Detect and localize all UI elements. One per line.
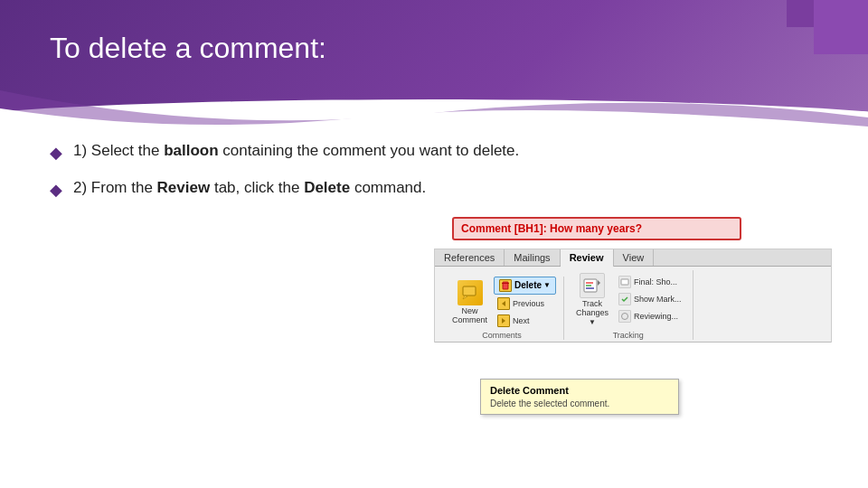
bullet-item-2: ◆ 2) From the Review tab, click the Dele… — [50, 177, 818, 202]
tooltip-description: Delete the selected comment. — [490, 399, 669, 408]
tracking-small-group: Final: Sho... Show Mark... — [615, 274, 685, 324]
bullet-item-1: ◆ 1) Select the balloon containing the c… — [50, 140, 818, 164]
screenshot-container: Comment [BH1]: How many years? Reference… — [434, 217, 832, 461]
ribbon-group-comments: NewComment Delete — [440, 277, 564, 340]
slide-title: To delete a comment: — [50, 32, 326, 65]
previous-label: Previous — [513, 299, 544, 308]
show-mark-icon — [618, 293, 631, 305]
svg-marker-4 — [502, 301, 505, 306]
delete-icon — [499, 279, 512, 292]
next-button[interactable]: Next — [494, 313, 556, 329]
reviewing-button[interactable]: Reviewing... — [615, 308, 685, 324]
tab-review[interactable]: Review — [561, 249, 614, 267]
next-label: Next — [513, 316, 530, 325]
tracking-group-label: Tracking — [613, 331, 644, 340]
comment-balloon-label: Comment [BH1]: — [461, 222, 547, 235]
corner-accent2 — [787, 0, 814, 27]
tab-mailings[interactable]: Mailings — [505, 249, 560, 266]
tab-references[interactable]: References — [435, 249, 505, 266]
delete-dropdown-arrow[interactable]: ▼ — [543, 282, 551, 289]
ribbon-group-tracking: TrackChanges ▼ Final: Sho... — [564, 270, 693, 340]
comments-group-label: Comments — [482, 331, 522, 340]
delete-label: Delete — [514, 280, 542, 290]
final-show-label: Final: Sho... — [634, 277, 677, 286]
content-area: ◆ 1) Select the balloon containing the c… — [50, 140, 818, 214]
svg-marker-5 — [502, 318, 505, 324]
svg-marker-1 — [463, 296, 467, 299]
svg-rect-0 — [463, 286, 476, 296]
bullet-diamond-1: ◆ — [50, 142, 62, 164]
track-changes-dropdown[interactable]: ▼ — [589, 318, 596, 326]
previous-button[interactable]: Previous — [494, 296, 556, 312]
delete-prev-next-group: Delete ▼ Previous — [494, 277, 556, 329]
bullet-diamond-2: ◆ — [50, 179, 62, 202]
comments-btn-group: NewComment Delete — [448, 277, 556, 329]
ribbon-tabs: References Mailings Review View — [435, 249, 831, 267]
corner-accent — [814, 0, 868, 54]
tab-view[interactable]: View — [614, 249, 655, 266]
tracking-btn-group: TrackChanges ▼ Final: Sho... — [571, 270, 685, 329]
ribbon-body: NewComment Delete — [435, 267, 831, 343]
wave-divider — [0, 90, 868, 136]
final-show-icon — [618, 276, 631, 288]
track-changes-label: TrackChanges — [576, 300, 609, 318]
previous-icon — [497, 297, 510, 310]
next-icon — [497, 314, 510, 327]
new-comment-icon — [458, 280, 483, 305]
tooltip-box: Delete Comment Delete the selected comme… — [480, 379, 679, 415]
reviewing-icon — [618, 310, 631, 323]
new-comment-button[interactable]: NewComment — [448, 277, 492, 328]
bullet-text-1: 1) Select the balloon containing the com… — [73, 140, 519, 162]
track-changes-icon — [580, 273, 605, 298]
tooltip-title: Delete Comment — [490, 385, 669, 396]
final-show-button[interactable]: Final: Sho... — [615, 274, 685, 290]
svg-rect-11 — [621, 279, 628, 285]
svg-marker-10 — [598, 280, 600, 286]
show-mark-button[interactable]: Show Mark... — [615, 291, 685, 307]
svg-point-12 — [622, 314, 628, 320]
new-comment-label: NewComment — [452, 307, 487, 325]
comment-balloon-text: How many years? — [550, 222, 642, 235]
delete-button[interactable]: Delete ▼ — [494, 277, 556, 295]
show-mark-label: Show Mark... — [634, 295, 682, 304]
reviewing-label: Reviewing... — [634, 312, 678, 321]
ribbon: References Mailings Review View — [434, 249, 832, 343]
comment-balloon: Comment [BH1]: How many years? — [452, 217, 741, 240]
track-changes-button[interactable]: TrackChanges ▼ — [571, 270, 613, 329]
bullet-text-2: 2) From the Review tab, click the Delete… — [73, 177, 426, 199]
